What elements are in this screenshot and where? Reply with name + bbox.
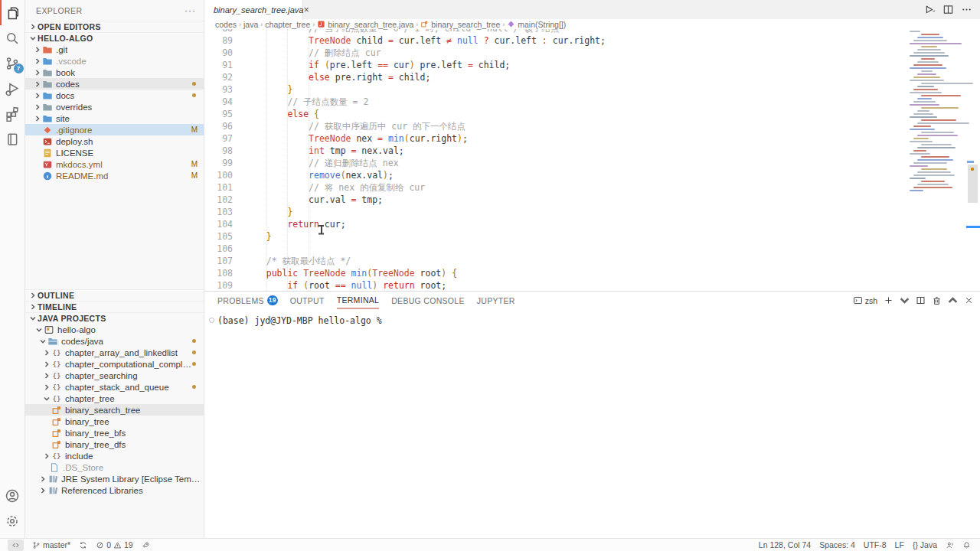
explorer-item--vscode[interactable]: .vscode [25, 55, 204, 67]
sidebar-more-actions-icon[interactable]: ··· [185, 5, 196, 16]
explorer-item-readme-md[interactable]: README.mdM [25, 170, 204, 181]
split-terminal-button[interactable] [916, 295, 926, 305]
chevron-right-icon[interactable] [42, 373, 51, 379]
java-item-binary-tree[interactable]: binary_tree [25, 416, 204, 427]
editor-scrollbar[interactable] [966, 29, 980, 291]
encoding[interactable]: UTF-8 [864, 540, 887, 549]
chevron-right-icon[interactable] [33, 104, 42, 110]
code-line: // 当子结点数量 = 0 / 1 时, child = null / 该子结点 [245, 29, 606, 34]
chevron-down-icon[interactable] [34, 327, 44, 333]
explorer-item-mkdocs-yml[interactable]: mkdocs.ymlM [25, 158, 204, 170]
explorer-item--git[interactable]: .git [25, 44, 204, 55]
java-item-binary-search-tree[interactable]: binary_search_tree [25, 404, 204, 416]
panel-tab-jupyter[interactable]: JUPYTER [477, 292, 515, 309]
java-item-referenced-libraries[interactable]: Referenced Libraries [25, 484, 204, 496]
chevron-down-icon[interactable] [42, 396, 51, 402]
java-item-chapter-tree[interactable]: {}chapter_tree [25, 393, 204, 404]
minimap[interactable] [910, 29, 966, 291]
explorer-item-deploy-sh[interactable]: deploy.sh [25, 135, 204, 147]
maximize-panel-button[interactable] [948, 295, 958, 305]
explorer-item-docs[interactable]: docs [25, 90, 204, 101]
problems-status[interactable]: 019 [96, 540, 133, 549]
java-item-chapter-computational-complexity[interactable]: {}chapter_computational_complexity [25, 358, 204, 370]
activitybar-run-debug[interactable] [0, 76, 25, 101]
breadcrumb-item[interactable]: binary_search_tree [420, 20, 500, 29]
activitybar-explorer[interactable] [0, 0, 25, 25]
line-number: 104 [204, 218, 233, 230]
chevron-down-icon[interactable] [38, 338, 47, 344]
chevron-right-icon[interactable] [33, 47, 42, 53]
tab-binary-search-tree[interactable]: binary_search_tree.java × [204, 0, 303, 19]
panel-tab-terminal[interactable]: TERMINAL [337, 292, 380, 309]
status-bar: master*019Ln 128, Col 74Spaces: 4UTF-8LF… [0, 538, 980, 551]
section-timeline[interactable]: TIMELINE [25, 301, 204, 312]
indentation[interactable]: Spaces: 4 [819, 540, 855, 549]
breadcrumb-item[interactable]: chapter_tree [265, 20, 310, 29]
java-item-binary-tree-bfs[interactable]: binary_tree_bfs [25, 427, 204, 439]
activitybar-extensions[interactable] [0, 101, 25, 126]
java-item-chapter-searching[interactable]: {}chapter_searching [25, 370, 204, 381]
section-outline[interactable]: OUTLINE [25, 289, 204, 301]
explorer-item-overrides[interactable]: overrides [25, 101, 204, 112]
chevron-right-icon[interactable] [33, 93, 42, 99]
panel-tab-debug-console[interactable]: DEBUG CONSOLE [391, 292, 465, 309]
activitybar-notebook[interactable] [0, 126, 25, 152]
java-item-codes-java[interactable]: codes/java [25, 335, 204, 347]
close-panel-button[interactable] [964, 295, 974, 305]
remote-indicator[interactable] [8, 540, 24, 551]
explorer-item-book[interactable]: book [25, 67, 204, 78]
explorer-item-site[interactable]: site [25, 112, 204, 124]
tab-close-icon[interactable]: × [303, 5, 309, 15]
terminal[interactable]: (base) jyd@JYD-MBP hello-algo % [204, 309, 980, 538]
section-open-editors[interactable]: OPEN EDITORS [25, 21, 204, 32]
terminal-shell-selector[interactable]: zsh [853, 295, 877, 305]
java-item-hello-algo[interactable]: hello-algo [25, 324, 204, 335]
breadcrumb-item[interactable]: main(String[]) [507, 20, 566, 29]
activitybar-settings[interactable] [0, 508, 25, 533]
chevron-right-icon[interactable] [33, 116, 42, 122]
new-terminal-button[interactable] [884, 295, 893, 305]
code-editor[interactable]: 8889909192939495969798991001011021031041… [204, 29, 980, 291]
chevron-right-icon[interactable] [42, 350, 51, 356]
cursor-position[interactable]: Ln 128, Col 74 [759, 540, 811, 549]
kill-terminal-button[interactable] [932, 295, 942, 305]
chevron-right-icon[interactable] [33, 58, 42, 64]
activitybar-source-control[interactable]: 7 [0, 51, 25, 76]
explorer-item-codes[interactable]: codes [25, 78, 204, 90]
liveshare-status[interactable] [946, 541, 954, 549]
sync-status[interactable] [79, 541, 87, 549]
panel-tab-output[interactable]: OUTPUT [290, 292, 325, 309]
chevron-right-icon[interactable] [42, 384, 51, 390]
section-java-projects[interactable]: JAVA PROJECTS [25, 312, 204, 324]
eol[interactable]: LF [895, 540, 904, 549]
notifications-bell[interactable] [962, 541, 971, 549]
java-launch-status[interactable] [142, 541, 150, 549]
breadcrumb-item[interactable]: codes [215, 20, 237, 29]
terminal-dropdown-button[interactable] [900, 295, 910, 305]
split-editor-button[interactable] [942, 4, 954, 15]
language-mode[interactable]: {} Java [913, 540, 937, 549]
java-item-binary-tree-dfs[interactable]: binary_tree_dfs [25, 439, 204, 450]
panel-tab-problems[interactable]: PROBLEMS19 [217, 292, 278, 309]
java-item-jre-system-library-eclipse-temurin-17-17-[interactable]: JRE System Library [Eclipse Temurin 17 [… [25, 473, 204, 484]
explorer-item-license[interactable]: LICENSE [25, 147, 204, 158]
breadcrumb-item[interactable]: java [243, 20, 258, 29]
activitybar-search[interactable] [0, 25, 25, 51]
java-item-chapter-stack-and-queue[interactable]: {}chapter_stack_and_queue [25, 381, 204, 393]
java-item-chapter-array-and-linkedlist[interactable]: {}chapter_array_and_linkedlist [25, 347, 204, 358]
java-item-include[interactable]: {}include [25, 450, 204, 461]
explorer-item--gitignore[interactable]: .gitignoreM [25, 124, 204, 135]
chevron-right-icon[interactable] [33, 81, 42, 87]
java-item--ds-store[interactable]: .DS_Store [25, 461, 204, 473]
section-hello-algo[interactable]: HELLO-ALGO [25, 32, 204, 44]
chevron-right-icon[interactable] [42, 453, 51, 459]
chevron-right-icon[interactable] [33, 70, 42, 76]
run-button[interactable] [924, 4, 936, 15]
breadcrumb-item[interactable]: binary_search_tree.java [317, 20, 413, 29]
chevron-right-icon[interactable] [38, 476, 47, 482]
more-actions-button[interactable] [961, 4, 972, 15]
chevron-right-icon[interactable] [42, 361, 51, 367]
activitybar-account[interactable] [0, 483, 25, 508]
git-branch-status[interactable]: master* [32, 540, 70, 549]
chevron-right-icon[interactable] [38, 487, 47, 494]
